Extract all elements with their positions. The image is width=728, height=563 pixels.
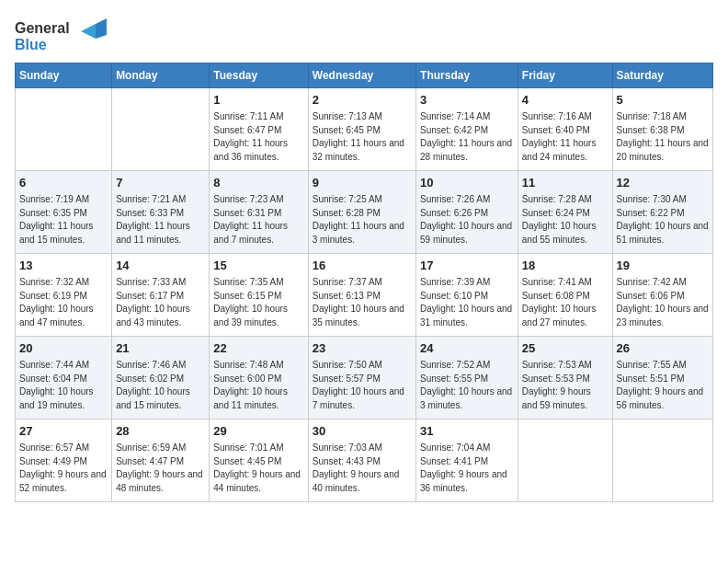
day-number: 27 [19, 423, 108, 440]
logo-svg: General Blue [15, 15, 116, 55]
week-row-3: 13Sunrise: 7:32 AMSunset: 6:19 PMDayligh… [16, 254, 713, 337]
calendar-cell: 22Sunrise: 7:48 AMSunset: 6:00 PMDayligh… [210, 337, 308, 419]
day-info: Sunrise: 7:28 AMSunset: 6:24 PMDaylight:… [522, 193, 609, 247]
calendar-cell: 10Sunrise: 7:26 AMSunset: 6:26 PMDayligh… [416, 171, 518, 254]
day-number: 15 [213, 258, 303, 274]
week-row-5: 27Sunrise: 6:57 AMSunset: 4:49 PMDayligh… [16, 419, 713, 502]
day-info: Sunrise: 7:19 AMSunset: 6:35 PMDaylight:… [19, 193, 108, 247]
calendar-cell: 16Sunrise: 7:37 AMSunset: 6:13 PMDayligh… [308, 254, 415, 337]
day-number: 17 [420, 258, 514, 274]
weekday-header-saturday: Saturday [612, 63, 712, 88]
calendar-cell: 15Sunrise: 7:35 AMSunset: 6:15 PMDayligh… [210, 254, 308, 337]
calendar-cell: 7Sunrise: 7:21 AMSunset: 6:33 PMDaylight… [112, 171, 210, 254]
weekday-header-wednesday: Wednesday [308, 63, 415, 88]
day-info: Sunrise: 7:14 AMSunset: 6:42 PMDaylight:… [420, 110, 514, 164]
day-number: 23 [313, 340, 412, 357]
calendar-cell: 23Sunrise: 7:50 AMSunset: 5:57 PMDayligh… [308, 337, 415, 419]
day-number: 13 [19, 258, 108, 274]
day-number: 21 [116, 340, 205, 357]
svg-marker-2 [81, 24, 96, 39]
day-info: Sunrise: 7:44 AMSunset: 6:04 PMDaylight:… [19, 359, 108, 412]
day-info: Sunrise: 7:53 AMSunset: 5:53 PMDaylight:… [522, 359, 609, 412]
week-row-4: 20Sunrise: 7:44 AMSunset: 6:04 PMDayligh… [16, 337, 713, 419]
day-info: Sunrise: 7:52 AMSunset: 5:55 PMDaylight:… [420, 359, 514, 412]
day-number: 24 [420, 340, 514, 357]
calendar-cell: 20Sunrise: 7:44 AMSunset: 6:04 PMDayligh… [16, 337, 112, 419]
day-info: Sunrise: 6:57 AMSunset: 4:49 PMDaylight:… [19, 442, 108, 495]
day-info: Sunrise: 7:30 AMSunset: 6:22 PMDaylight:… [617, 193, 709, 247]
day-number: 20 [19, 340, 108, 357]
day-info: Sunrise: 7:37 AMSunset: 6:13 PMDaylight:… [313, 276, 412, 329]
page-header: General Blue [15, 15, 713, 55]
day-number: 7 [116, 175, 205, 191]
day-number: 11 [522, 175, 609, 191]
calendar-cell: 1Sunrise: 7:11 AMSunset: 6:47 PMDaylight… [210, 88, 308, 171]
day-number: 1 [213, 92, 303, 109]
calendar-cell: 28Sunrise: 6:59 AMSunset: 4:47 PMDayligh… [112, 419, 210, 502]
day-number: 6 [19, 175, 108, 191]
day-number: 9 [313, 175, 412, 191]
calendar-cell [612, 419, 712, 502]
day-info: Sunrise: 7:23 AMSunset: 6:31 PMDaylight:… [213, 193, 303, 247]
day-number: 28 [116, 423, 205, 440]
day-info: Sunrise: 7:13 AMSunset: 6:45 PMDaylight:… [313, 110, 412, 164]
calendar-cell: 5Sunrise: 7:18 AMSunset: 6:38 PMDaylight… [612, 88, 712, 171]
day-info: Sunrise: 7:42 AMSunset: 6:06 PMDaylight:… [617, 276, 709, 329]
day-info: Sunrise: 7:03 AMSunset: 4:43 PMDaylight:… [313, 442, 412, 495]
weekday-header-sunday: Sunday [16, 63, 112, 88]
calendar-cell: 2Sunrise: 7:13 AMSunset: 6:45 PMDaylight… [308, 88, 415, 171]
calendar-cell: 25Sunrise: 7:53 AMSunset: 5:53 PMDayligh… [518, 337, 612, 419]
day-number: 4 [522, 92, 609, 109]
calendar-table: SundayMondayTuesdayWednesdayThursdayFrid… [15, 63, 713, 502]
day-info: Sunrise: 7:18 AMSunset: 6:38 PMDaylight:… [617, 110, 709, 164]
weekday-header-monday: Monday [112, 63, 210, 88]
day-info: Sunrise: 7:11 AMSunset: 6:47 PMDaylight:… [213, 110, 303, 164]
calendar-cell: 9Sunrise: 7:25 AMSunset: 6:28 PMDaylight… [308, 171, 415, 254]
day-number: 22 [213, 340, 303, 357]
day-info: Sunrise: 7:46 AMSunset: 6:02 PMDaylight:… [116, 359, 205, 412]
day-number: 5 [617, 92, 709, 109]
weekday-header-friday: Friday [518, 63, 612, 88]
day-number: 25 [522, 340, 609, 357]
week-row-2: 6Sunrise: 7:19 AMSunset: 6:35 PMDaylight… [16, 171, 713, 254]
calendar-cell [518, 419, 612, 502]
logo: General Blue [15, 15, 116, 55]
day-info: Sunrise: 7:01 AMSunset: 4:45 PMDaylight:… [213, 442, 303, 495]
day-info: Sunrise: 7:33 AMSunset: 6:17 PMDaylight:… [116, 276, 205, 329]
day-number: 10 [420, 175, 514, 191]
day-number: 18 [522, 258, 609, 274]
calendar-cell: 29Sunrise: 7:01 AMSunset: 4:45 PMDayligh… [210, 419, 308, 502]
calendar-cell: 6Sunrise: 7:19 AMSunset: 6:35 PMDaylight… [16, 171, 112, 254]
day-info: Sunrise: 7:35 AMSunset: 6:15 PMDaylight:… [213, 276, 303, 329]
calendar-cell: 4Sunrise: 7:16 AMSunset: 6:40 PMDaylight… [518, 88, 612, 171]
calendar-cell: 21Sunrise: 7:46 AMSunset: 6:02 PMDayligh… [112, 337, 210, 419]
svg-text:Blue: Blue [15, 37, 47, 52]
calendar-cell: 18Sunrise: 7:41 AMSunset: 6:08 PMDayligh… [518, 254, 612, 337]
day-info: Sunrise: 7:16 AMSunset: 6:40 PMDaylight:… [522, 110, 609, 164]
calendar-cell: 11Sunrise: 7:28 AMSunset: 6:24 PMDayligh… [518, 171, 612, 254]
calendar-cell: 19Sunrise: 7:42 AMSunset: 6:06 PMDayligh… [612, 254, 712, 337]
calendar-cell: 24Sunrise: 7:52 AMSunset: 5:55 PMDayligh… [416, 337, 518, 419]
day-number: 12 [617, 175, 709, 191]
day-info: Sunrise: 7:41 AMSunset: 6:08 PMDaylight:… [522, 276, 609, 329]
calendar-cell: 26Sunrise: 7:55 AMSunset: 5:51 PMDayligh… [612, 337, 712, 419]
day-number: 14 [116, 258, 205, 274]
calendar-cell: 27Sunrise: 6:57 AMSunset: 4:49 PMDayligh… [16, 419, 112, 502]
day-info: Sunrise: 7:32 AMSunset: 6:19 PMDaylight:… [19, 276, 108, 329]
day-number: 29 [213, 423, 303, 440]
day-info: Sunrise: 7:50 AMSunset: 5:57 PMDaylight:… [313, 359, 412, 412]
calendar-cell [16, 88, 112, 171]
day-info: Sunrise: 7:21 AMSunset: 6:33 PMDaylight:… [116, 193, 205, 247]
calendar-cell [112, 88, 210, 171]
day-info: Sunrise: 7:55 AMSunset: 5:51 PMDaylight:… [617, 359, 709, 412]
svg-text:General: General [15, 20, 70, 36]
weekday-header-row: SundayMondayTuesdayWednesdayThursdayFrid… [16, 63, 713, 88]
day-number: 8 [213, 175, 303, 191]
day-number: 2 [313, 92, 412, 109]
day-number: 19 [617, 258, 709, 274]
day-number: 3 [420, 92, 514, 109]
calendar-cell: 14Sunrise: 7:33 AMSunset: 6:17 PMDayligh… [112, 254, 210, 337]
day-number: 31 [420, 423, 514, 440]
calendar-cell: 12Sunrise: 7:30 AMSunset: 6:22 PMDayligh… [612, 171, 712, 254]
day-info: Sunrise: 7:26 AMSunset: 6:26 PMDaylight:… [420, 193, 514, 247]
